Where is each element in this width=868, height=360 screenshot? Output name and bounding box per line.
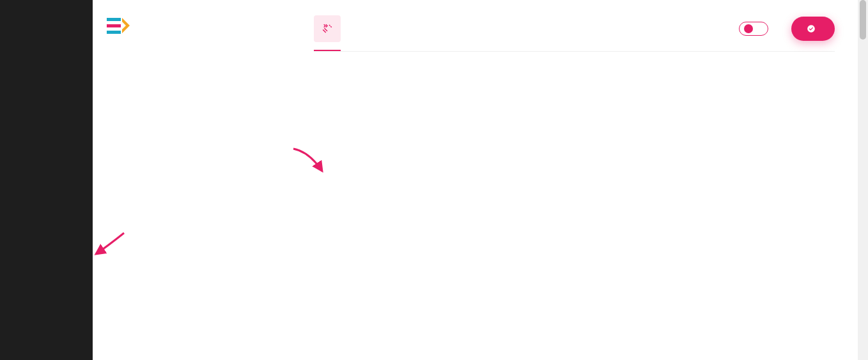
check-circle-icon (807, 24, 816, 33)
scrollbar[interactable] (858, 0, 868, 360)
elementskit-logo-icon (107, 18, 130, 34)
svg-rect-1 (107, 24, 121, 27)
scrollbar-thumb[interactable] (860, 0, 866, 40)
elementskit-logo (93, 10, 291, 52)
main-content (291, 0, 858, 360)
svg-marker-3 (122, 18, 130, 33)
header-row (314, 15, 835, 52)
svg-rect-2 (107, 31, 121, 34)
svg-rect-0 (107, 18, 121, 21)
wp-admin-sidebar (0, 0, 93, 360)
save-button[interactable] (791, 17, 835, 41)
global-toggle[interactable] (739, 22, 768, 36)
widgets-header-icon (314, 15, 341, 42)
ek-settings-panel (93, 0, 291, 360)
